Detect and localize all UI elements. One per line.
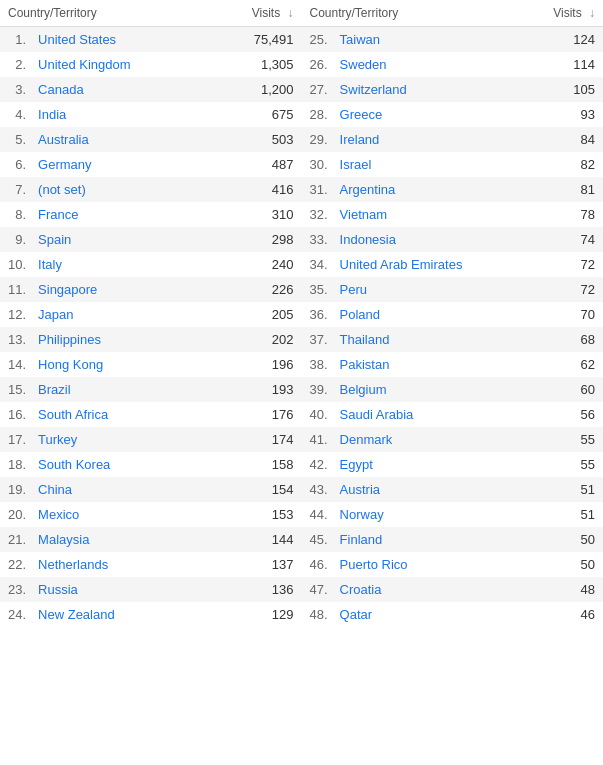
rank-cell: 36. — [302, 302, 332, 327]
table-row: 1. United States 75,491 — [0, 27, 302, 53]
country-cell[interactable]: Qatar — [332, 602, 524, 627]
right-visits-header[interactable]: Visits ↓ — [523, 0, 603, 27]
visits-cell: 174 — [207, 427, 301, 452]
country-cell[interactable]: Italy — [30, 252, 207, 277]
country-cell[interactable]: Hong Kong — [30, 352, 207, 377]
visits-cell: 1,200 — [207, 77, 301, 102]
country-cell[interactable]: Turkey — [30, 427, 207, 452]
country-cell[interactable]: Spain — [30, 227, 207, 252]
visits-cell: 50 — [523, 552, 603, 577]
table-row: 38. Pakistan 62 — [302, 352, 604, 377]
rank-cell: 22. — [0, 552, 30, 577]
table-row: 18. South Korea 158 — [0, 452, 302, 477]
table-row: 40. Saudi Arabia 56 — [302, 402, 604, 427]
rank-cell: 18. — [0, 452, 30, 477]
visits-cell: 137 — [207, 552, 301, 577]
country-cell[interactable]: Germany — [30, 152, 207, 177]
visits-cell: 82 — [523, 152, 603, 177]
country-cell[interactable]: (not set) — [30, 177, 207, 202]
country-cell[interactable]: Malaysia — [30, 527, 207, 552]
rank-cell: 35. — [302, 277, 332, 302]
country-cell[interactable]: Japan — [30, 302, 207, 327]
country-cell[interactable]: Russia — [30, 577, 207, 602]
country-cell[interactable]: Norway — [332, 502, 524, 527]
rank-cell: 21. — [0, 527, 30, 552]
country-cell[interactable]: France — [30, 202, 207, 227]
country-cell[interactable]: Poland — [332, 302, 524, 327]
country-cell[interactable]: Croatia — [332, 577, 524, 602]
country-cell[interactable]: Taiwan — [332, 27, 524, 53]
left-table: Country/Territory Visits ↓ 1. United Sta… — [0, 0, 302, 627]
country-cell[interactable]: Denmark — [332, 427, 524, 452]
country-cell[interactable]: Switzerland — [332, 77, 524, 102]
country-cell[interactable]: Greece — [332, 102, 524, 127]
visits-cell: 62 — [523, 352, 603, 377]
country-cell[interactable]: United States — [30, 27, 207, 53]
country-cell[interactable]: Mexico — [30, 502, 207, 527]
right-table-container: Country/Territory Visits ↓ 25. Taiwan 12… — [302, 0, 604, 627]
country-cell[interactable]: New Zealand — [30, 602, 207, 627]
country-cell[interactable]: Austria — [332, 477, 524, 502]
country-cell[interactable]: United Kingdom — [30, 52, 207, 77]
country-cell[interactable]: Argentina — [332, 177, 524, 202]
visits-cell: 75,491 — [207, 27, 301, 53]
country-cell[interactable]: Israel — [332, 152, 524, 177]
rank-cell: 40. — [302, 402, 332, 427]
visits-cell: 675 — [207, 102, 301, 127]
country-cell[interactable]: Canada — [30, 77, 207, 102]
right-table: Country/Territory Visits ↓ 25. Taiwan 12… — [302, 0, 604, 627]
country-cell[interactable]: Singapore — [30, 277, 207, 302]
country-cell[interactable]: Belgium — [332, 377, 524, 402]
country-cell[interactable]: Saudi Arabia — [332, 402, 524, 427]
table-row: 42. Egypt 55 — [302, 452, 604, 477]
rank-cell: 39. — [302, 377, 332, 402]
country-cell[interactable]: Egypt — [332, 452, 524, 477]
visits-cell: 310 — [207, 202, 301, 227]
visits-cell: 114 — [523, 52, 603, 77]
table-row: 22. Netherlands 137 — [0, 552, 302, 577]
visits-cell: 46 — [523, 602, 603, 627]
country-cell[interactable]: China — [30, 477, 207, 502]
country-cell[interactable]: South Korea — [30, 452, 207, 477]
country-cell[interactable]: United Arab Emirates — [332, 252, 524, 277]
country-cell[interactable]: India — [30, 102, 207, 127]
country-cell[interactable]: Pakistan — [332, 352, 524, 377]
rank-cell: 27. — [302, 77, 332, 102]
table-row: 5. Australia 503 — [0, 127, 302, 152]
table-row: 7. (not set) 416 — [0, 177, 302, 202]
country-cell[interactable]: Indonesia — [332, 227, 524, 252]
table-row: 30. Israel 82 — [302, 152, 604, 177]
rank-cell: 14. — [0, 352, 30, 377]
rank-cell: 6. — [0, 152, 30, 177]
rank-cell: 48. — [302, 602, 332, 627]
visits-cell: 84 — [523, 127, 603, 152]
table-row: 26. Sweden 114 — [302, 52, 604, 77]
table-row: 47. Croatia 48 — [302, 577, 604, 602]
left-visits-header[interactable]: Visits ↓ — [207, 0, 301, 27]
rank-cell: 34. — [302, 252, 332, 277]
country-cell[interactable]: Thailand — [332, 327, 524, 352]
country-cell[interactable]: Netherlands — [30, 552, 207, 577]
country-cell[interactable]: Sweden — [332, 52, 524, 77]
table-row: 33. Indonesia 74 — [302, 227, 604, 252]
table-row: 44. Norway 51 — [302, 502, 604, 527]
country-cell[interactable]: Vietnam — [332, 202, 524, 227]
visits-cell: 68 — [523, 327, 603, 352]
country-cell[interactable]: Ireland — [332, 127, 524, 152]
country-cell[interactable]: Brazil — [30, 377, 207, 402]
country-cell[interactable]: Australia — [30, 127, 207, 152]
rank-cell: 5. — [0, 127, 30, 152]
country-cell[interactable]: Puerto Rico — [332, 552, 524, 577]
rank-cell: 38. — [302, 352, 332, 377]
country-cell[interactable]: Philippines — [30, 327, 207, 352]
table-row: 37. Thailand 68 — [302, 327, 604, 352]
country-cell[interactable]: Finland — [332, 527, 524, 552]
country-cell[interactable]: South Africa — [30, 402, 207, 427]
table-row: 41. Denmark 55 — [302, 427, 604, 452]
rank-cell: 45. — [302, 527, 332, 552]
main-container: Country/Territory Visits ↓ 1. United Sta… — [0, 0, 603, 627]
country-cell[interactable]: Peru — [332, 277, 524, 302]
rank-cell: 11. — [0, 277, 30, 302]
rank-cell: 26. — [302, 52, 332, 77]
rank-cell: 9. — [0, 227, 30, 252]
